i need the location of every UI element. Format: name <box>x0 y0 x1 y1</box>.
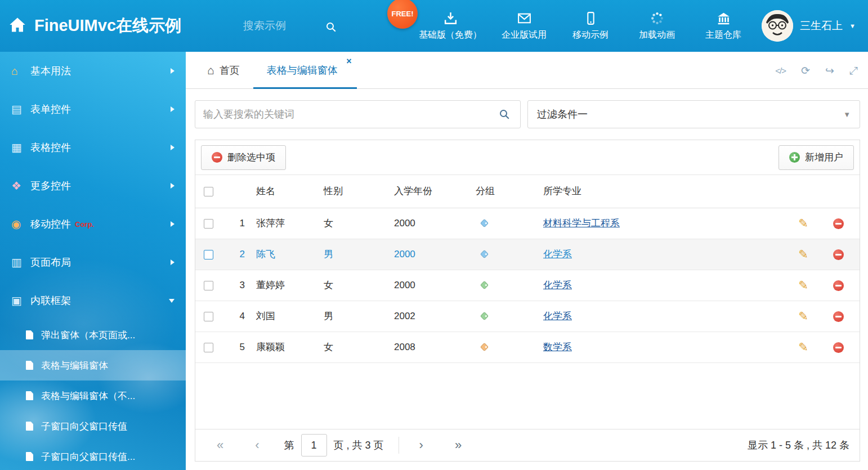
sidebar-subitem-label: 表格与编辑窗体（不... <box>41 390 135 402</box>
column-header[interactable]: 姓名 <box>252 175 319 208</box>
delete-selected-label: 删除选中项 <box>227 151 275 164</box>
sidebar-subitem-2[interactable]: 表格与编辑窗体 <box>0 350 186 381</box>
column-header[interactable]: 入学年份 <box>390 175 471 208</box>
app-title: FineUIMvc在线示例 <box>34 15 181 37</box>
select-all-checkbox[interactable] <box>204 187 213 196</box>
sidebar-subitem-3[interactable]: 表格与编辑窗体（不... <box>0 381 186 411</box>
major-cell: 数学系 <box>539 332 789 362</box>
app-home-icon[interactable] <box>9 17 26 35</box>
major-link[interactable]: 材料科学与工程系 <box>543 218 620 229</box>
frame-icon: ▣ <box>11 294 30 307</box>
row-checkbox[interactable] <box>204 343 213 352</box>
blocks-icon: ❖ <box>11 179 30 193</box>
sidebar-subitem-label: 表格与编辑窗体 <box>41 359 108 372</box>
table-header-row: 姓名性别入学年份分组所学专业 <box>195 175 860 208</box>
table-row[interactable]: 1张萍萍女2000材料科学与工程系✎ <box>195 208 860 239</box>
expand-icon[interactable]: ⤢ <box>849 65 858 76</box>
major-link[interactable]: 数学系 <box>543 342 572 352</box>
row-index: 4 <box>226 301 252 332</box>
delete-icon[interactable] <box>833 280 844 291</box>
table-row[interactable]: 5康颖颖女2008数学系✎ <box>195 332 860 362</box>
grid-table-area: 姓名性别入学年份分组所学专业1张萍萍女2000材料科学与工程系✎2陈飞男2000… <box>195 175 860 429</box>
table-row[interactable]: 3董婷婷女2000化学系✎ <box>195 270 860 301</box>
refresh-icon[interactable]: ⟳ <box>801 65 810 76</box>
sidebar-item-2[interactable]: ▤表单控件 <box>0 90 186 128</box>
signal-icon: ◉ <box>11 217 30 231</box>
sidebar-item-label: 更多控件 <box>30 179 71 193</box>
header-nav-item-1[interactable]: 基础版（免费） <box>419 11 482 41</box>
sidebar-item-label: 移动控件 <box>30 217 71 231</box>
edit-icon[interactable]: ✎ <box>798 341 808 353</box>
column-header[interactable]: 所学专业 <box>539 175 789 208</box>
delete-icon[interactable] <box>833 249 844 260</box>
delete-selected-button[interactable]: 删除选中项 <box>201 145 286 170</box>
tag-icon <box>480 249 489 258</box>
chevron-down-icon: ▼ <box>843 110 851 119</box>
header-search[interactable]: 搜索示例 <box>243 0 334 52</box>
tab-home[interactable]: ⌂ 首页 <box>194 52 253 88</box>
sidebar-item-7[interactable]: ▣内联框架 <box>0 281 186 320</box>
sidebar-item-1[interactable]: ⌂基本用法 <box>0 52 186 90</box>
keyword-search-input[interactable] <box>195 100 521 128</box>
edit-icon[interactable]: ✎ <box>798 217 808 230</box>
sidebar-subitem-5[interactable]: 子窗口向父窗口传值... <box>0 441 186 470</box>
major-cell: 化学系 <box>539 239 789 270</box>
row-checkbox[interactable] <box>204 250 213 259</box>
delete-icon[interactable] <box>833 311 844 322</box>
page-number-input[interactable] <box>301 434 327 456</box>
table-row[interactable]: 2陈飞男2000化学系✎ <box>195 239 860 270</box>
major-link[interactable]: 化学系 <box>543 249 572 259</box>
record-count-summary: 显示 1 - 5 条 , 共 12 条 <box>748 438 849 452</box>
row-checkbox[interactable] <box>204 281 213 290</box>
close-icon[interactable]: × <box>346 57 351 66</box>
sidebar-item-6[interactable]: ▥页面布局 <box>0 243 186 281</box>
table-row[interactable]: 4刘国男2002化学系✎ <box>195 301 860 332</box>
last-page-icon[interactable]: » <box>455 439 462 451</box>
edit-icon[interactable]: ✎ <box>798 248 808 261</box>
sidebar-item-5[interactable]: ◉移动控件Corp. <box>0 205 186 243</box>
first-page-icon[interactable]: « <box>217 439 223 451</box>
share-icon[interactable]: ↪ <box>825 65 834 76</box>
sidebar-subitem-4[interactable]: 子窗口向父窗口传值 <box>0 411 186 441</box>
chevron-right-icon <box>171 106 175 112</box>
add-user-button[interactable]: 新增用户 <box>778 145 854 170</box>
header-nav-item-5[interactable]: 主题仓库 <box>699 11 748 41</box>
user-menu[interactable]: 三生石上 ▼ <box>762 0 856 52</box>
row-checkbox[interactable] <box>204 312 213 321</box>
sidebar-item-3[interactable]: ▦表格控件 <box>0 128 186 167</box>
header-nav-item-2[interactable]: 企业版试用 <box>500 11 548 41</box>
tab-tools: </> ⟳ ↪ ⤢ <box>775 52 858 89</box>
prev-page-icon[interactable]: ‹ <box>255 439 259 451</box>
header-nav-label: 移动示例 <box>572 29 609 41</box>
next-page-icon[interactable]: › <box>419 439 423 451</box>
major-cell: 化学系 <box>539 301 789 332</box>
row-index: 3 <box>226 270 252 301</box>
tab-grid-edit-window[interactable]: 表格与编辑窗体 × <box>253 52 357 88</box>
row-index: 5 <box>226 332 252 362</box>
filter-dropdown[interactable]: 过滤条件一 ▼ <box>527 100 860 128</box>
search-icon[interactable] <box>326 23 334 30</box>
home-icon: ⌂ <box>11 65 30 78</box>
chevron-right-icon <box>171 221 175 227</box>
delete-icon[interactable] <box>833 342 844 353</box>
source-code-icon[interactable]: </> <box>775 66 786 75</box>
delete-icon[interactable] <box>833 218 844 229</box>
form-icon: ▤ <box>11 102 30 116</box>
row-checkbox[interactable] <box>204 219 213 229</box>
gender-cell: 女 <box>319 332 390 362</box>
gender-cell: 女 <box>319 270 390 301</box>
sidebar-item-label: 内联框架 <box>30 294 71 307</box>
edit-icon[interactable]: ✎ <box>798 310 808 323</box>
header-nav-item-3[interactable]: 移动示例 <box>566 11 615 41</box>
search-icon[interactable] <box>500 110 507 117</box>
header-nav-item-4[interactable]: 加载动画 <box>633 11 681 41</box>
sidebar-subitem-1[interactable]: 弹出窗体（本页面或... <box>0 320 186 350</box>
major-link[interactable]: 化学系 <box>543 280 572 290</box>
major-link[interactable]: 化学系 <box>543 311 572 321</box>
column-header[interactable]: 性别 <box>319 175 390 208</box>
group-cell <box>471 270 539 301</box>
column-header[interactable]: 分组 <box>471 175 539 208</box>
sidebar-item-4[interactable]: ❖更多控件 <box>0 167 186 205</box>
edit-icon[interactable]: ✎ <box>798 279 808 292</box>
name-cell: 康颖颖 <box>252 332 319 362</box>
